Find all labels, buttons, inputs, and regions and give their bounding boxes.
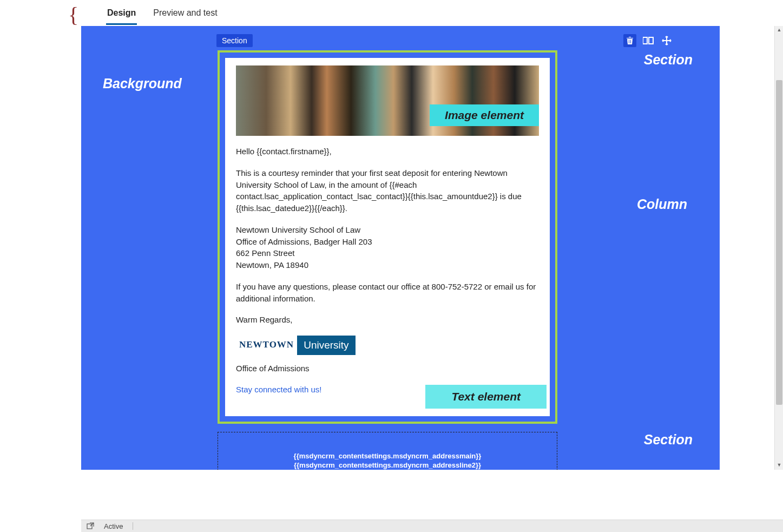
vertical-scrollbar[interactable]: ▲ ▼ — [774, 26, 783, 470]
popout-icon[interactable] — [87, 522, 94, 530]
status-active: Active — [104, 522, 123, 530]
footer-section[interactable]: {{msdyncrm_contentsettings.msdyncrm_addr… — [218, 432, 557, 470]
scroll-down-arrow[interactable]: ▼ — [775, 461, 783, 470]
svg-rect-1 — [630, 40, 631, 43]
annotation-image-element: Image element — [430, 104, 539, 126]
move-button[interactable] — [660, 34, 673, 47]
footer-token-2: {{msdyncrm_contentsettings.msdyncrm_addr… — [218, 461, 557, 470]
bracket-annotation: { — [68, 5, 82, 25]
tab-design[interactable]: Design — [106, 2, 137, 25]
column-frame[interactable]: Image element Hello {{contact.firstname}… — [218, 50, 557, 424]
addr-line3: 662 Penn Street — [236, 247, 539, 259]
scroll-up-arrow[interactable]: ▲ — [775, 26, 783, 35]
office-text: Office of Admissions — [236, 363, 539, 375]
move-icon — [662, 36, 672, 45]
university-logo: NEWTOWN University — [236, 336, 539, 355]
image-element[interactable]: Image element — [236, 65, 539, 136]
body-paragraph-2: If you have any questions, please contac… — [236, 281, 539, 305]
email-card: Image element Hello {{contact.firstname}… — [225, 58, 550, 416]
footer-token-1: {{msdyncrm_contentsettings.msdyncrm_addr… — [218, 452, 557, 461]
svg-rect-0 — [629, 40, 629, 43]
body-paragraph-1: This is a courtesy reminder that your fi… — [236, 167, 539, 214]
scrollbar-thumb[interactable] — [776, 80, 782, 405]
addr-line1: Newtown University School of Law — [236, 224, 539, 236]
columns-icon — [643, 37, 654, 44]
addr-line4: Newtown, PA 18940 — [236, 259, 539, 271]
addr-line2: Office of Admissions, Badger Hall 203 — [236, 236, 539, 248]
greeting-text: Hello {{contact.firstname}}, — [236, 146, 539, 157]
logo-newtown-text: NEWTOWN — [236, 336, 297, 354]
trash-icon — [626, 36, 634, 45]
svg-rect-2 — [643, 37, 647, 44]
section-badge[interactable]: Section — [216, 34, 253, 47]
section-toolbar — [623, 34, 673, 47]
annotation-column: Column — [637, 196, 687, 212]
address-block: Newtown University School of Law Office … — [236, 224, 539, 271]
status-divider — [133, 522, 133, 530]
tab-preview-test[interactable]: Preview and test — [152, 2, 218, 25]
annotation-section-top: Section — [644, 52, 693, 68]
closing-text: Warm Regards, — [236, 314, 539, 326]
columns-button[interactable] — [642, 34, 655, 47]
annotation-text-element: Text element — [425, 385, 547, 409]
svg-rect-3 — [649, 37, 653, 44]
logo-university-text: University — [297, 336, 355, 355]
text-element[interactable]: Hello {{contact.firstname}}, This is a c… — [236, 146, 539, 396]
delete-button[interactable] — [623, 34, 636, 47]
annotation-section-bottom: Section — [644, 432, 693, 448]
tab-bar: Design Preview and test — [81, 0, 783, 26]
svg-rect-4 — [87, 524, 92, 529]
design-canvas[interactable]: Section Background Section Column Sectio… — [81, 26, 720, 470]
status-bar: Active — [81, 520, 783, 532]
stay-connected-link[interactable]: Stay connected with us! — [236, 385, 321, 394]
annotation-background: Background — [103, 76, 182, 91]
